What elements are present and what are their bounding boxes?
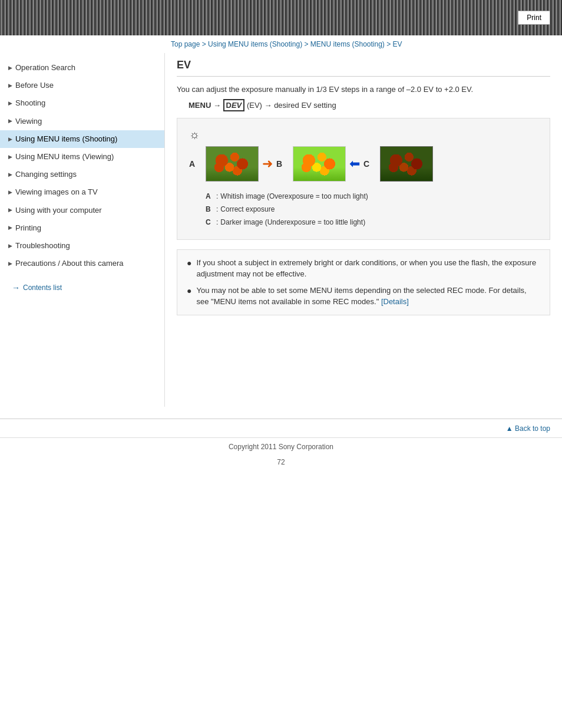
label-letter-a: A	[206, 191, 216, 202]
label-description-a: Whitish image (Overexposure = too much l…	[220, 191, 368, 202]
menu-word: MENU	[189, 101, 211, 110]
arrow-icon: ▶	[8, 260, 15, 268]
note-text-1: If you shoot a subject in extremely brig…	[196, 257, 540, 280]
label-colon-b: :	[216, 204, 218, 215]
contents-list-label: Contents list	[23, 284, 62, 292]
page-title: EV	[177, 59, 550, 77]
breadcrumb-menu-items-shooting[interactable]: MENU items (Shooting)	[310, 40, 385, 48]
image-a	[206, 146, 259, 182]
sidebar-item-precautions[interactable]: ▶ Precautions / About this camera	[0, 255, 164, 272]
sidebar-item-label: Changing settings	[15, 169, 158, 180]
copyright: Copyright 2011 Sony Corporation	[0, 437, 562, 453]
diagram-box: ☼ A ➜ B ⬅ C A : Whitish image (Overexpos…	[177, 118, 550, 240]
label-letter-b: B	[206, 204, 216, 215]
sidebar-item-changing-settings[interactable]: ▶ Changing settings	[0, 166, 164, 183]
bulb-icon: ☼	[189, 128, 538, 141]
arrow-left-icon: ⬅	[349, 156, 360, 172]
image-c	[380, 146, 433, 182]
label-description-c: Darker image (Underexposure = too little…	[220, 217, 365, 228]
breadcrumb-separator3: >	[386, 40, 392, 48]
label-colon-a: :	[216, 191, 218, 202]
sidebar-item-label: Precautions / About this camera	[15, 258, 158, 269]
menu-arrow2: → desired EV setting	[265, 101, 336, 110]
sidebar-item-label: Using with your computer	[15, 205, 158, 216]
arrow-icon: ▶	[8, 64, 15, 72]
sidebar-item-label: Troubleshooting	[15, 241, 158, 251]
label-entry-b: B : Correct exposure	[206, 204, 275, 215]
sidebar-item-label: Using MENU items (Shooting)	[15, 134, 158, 144]
arrow-icon: ▶	[8, 100, 15, 107]
arrow-icon: ▶	[8, 171, 15, 179]
sidebar-item-label: Operation Search	[15, 62, 158, 73]
main-layout: ▶ Operation Search ▶ Before Use ▶ Shooti…	[0, 53, 562, 407]
note-item-2: ● You may not be able to set some MENU i…	[187, 285, 540, 308]
arrow-icon: ▶	[8, 224, 15, 232]
content-area: EV You can adjust the exposure manually …	[165, 53, 562, 407]
sidebar-item-using-menu-viewing[interactable]: ▶ Using MENU items (Viewing)	[0, 148, 164, 166]
arrow-icon: ▶	[8, 206, 15, 214]
label-entry-c: C : Darker image (Underexposure = too li…	[206, 217, 365, 228]
contents-list-link[interactable]: → Contents list	[0, 278, 164, 296]
arrow-right-icon: ➜	[262, 156, 273, 172]
sidebar-item-using-computer[interactable]: ▶ Using with your computer	[0, 202, 164, 219]
diagram-label-c: C	[363, 159, 375, 169]
intro-text: You can adjust the exposure manually in …	[177, 84, 550, 96]
sidebar-item-viewing[interactable]: ▶ Viewing	[0, 113, 164, 130]
arrow-icon: ▶	[8, 189, 15, 196]
back-to-top-link[interactable]: ▲ Back to top	[506, 424, 550, 433]
sidebar-item-label: Using MENU items (Viewing)	[15, 151, 158, 162]
label-entry-a: A : Whitish image (Overexposure = too mu…	[206, 191, 368, 202]
breadcrumb-separator2: >	[304, 40, 310, 48]
note-item-1: ● If you shoot a subject in extremely br…	[187, 257, 540, 280]
sidebar-item-label: Before Use	[15, 80, 158, 91]
notes-box: ● If you shoot a subject in extremely br…	[177, 249, 550, 315]
image-b	[293, 146, 346, 182]
diagram-row: A ➜ B ⬅ C	[189, 146, 538, 182]
arrow-icon: ▶	[8, 242, 15, 250]
diagram-label-a: A	[189, 159, 201, 169]
print-button[interactable]: Print	[518, 11, 550, 25]
breadcrumb-ev[interactable]: EV	[393, 40, 402, 48]
label-letter-c: C	[206, 217, 216, 228]
breadcrumb: Top page > Using MENU items (Shooting) >…	[0, 35, 562, 53]
sidebar-item-operation-search[interactable]: ▶ Operation Search	[0, 59, 164, 77]
details-link[interactable]: [Details]	[381, 297, 409, 306]
arrow-right-icon: →	[12, 283, 20, 292]
sidebar-item-viewing-images-tv[interactable]: ▶ Viewing images on a TV	[0, 183, 164, 201]
diagram-labels-row: A : Whitish image (Overexposure = too mu…	[206, 191, 538, 230]
arrow-icon: ▶	[8, 82, 15, 90]
arrow-icon: ▶	[8, 136, 15, 143]
sidebar-item-label: Viewing	[15, 116, 158, 127]
sidebar-item-troubleshooting[interactable]: ▶ Troubleshooting	[0, 237, 164, 255]
breadcrumb-using-menu-shooting[interactable]: Using MENU items (Shooting)	[208, 40, 302, 48]
back-to-top-triangle: ▲	[506, 424, 515, 433]
ev-symbol: DEV	[223, 99, 245, 111]
menu-arrow1: →	[213, 101, 223, 110]
arrow-icon: ▶	[8, 153, 15, 161]
sidebar-item-before-use[interactable]: ▶ Before Use	[0, 77, 164, 94]
diagram-label-b: B	[276, 159, 288, 169]
breadcrumb-separator1: >	[202, 40, 208, 48]
label-colon-c: :	[216, 217, 218, 228]
sidebar-item-label: Shooting	[15, 98, 158, 108]
label-description-b: Correct exposure	[220, 204, 275, 215]
note-text-2: You may not be able to set some MENU ite…	[196, 285, 540, 308]
sidebar-item-printing[interactable]: ▶ Printing	[0, 219, 164, 237]
back-to-top-row: ▲ Back to top	[0, 419, 562, 437]
back-to-top-label: Back to top	[515, 424, 550, 433]
sidebar-item-shooting[interactable]: ▶ Shooting	[0, 94, 164, 112]
ev-parens: (EV)	[247, 101, 262, 110]
menu-instruction: MENU → DEV (EV) → desired EV setting	[189, 101, 550, 110]
sidebar-item-using-menu-shooting[interactable]: ▶ Using MENU items (Shooting)	[0, 130, 164, 148]
page-number: 72	[0, 453, 562, 471]
arrow-icon: ▶	[8, 117, 15, 125]
sidebar-item-label: Viewing images on a TV	[15, 187, 158, 197]
sidebar-item-label: Printing	[15, 223, 158, 233]
breadcrumb-top-page[interactable]: Top page	[171, 40, 200, 48]
bullet-icon-2: ●	[187, 285, 191, 297]
sidebar: ▶ Operation Search ▶ Before Use ▶ Shooti…	[0, 53, 165, 407]
bullet-icon-1: ●	[187, 257, 191, 269]
header: Print	[0, 0, 562, 35]
